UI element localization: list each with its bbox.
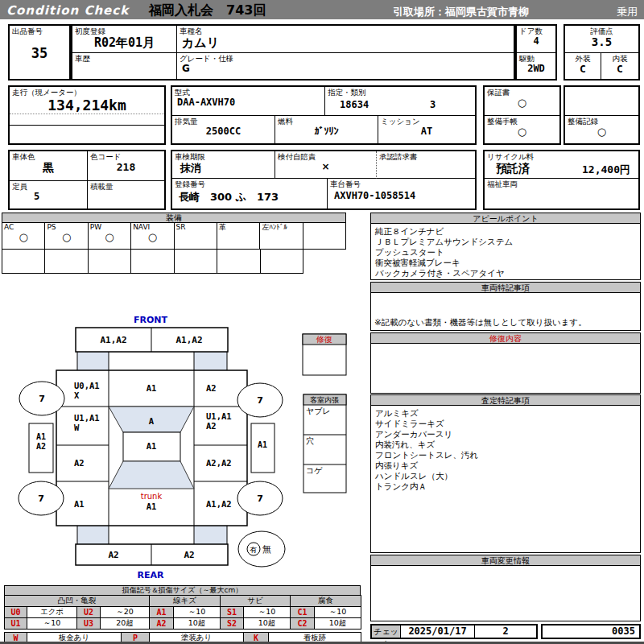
legend-code: U2 [77,607,101,618]
registration-box: 車検期限 抹消 検付自賠責 × 承認請求書 登録番号 長崎 300 ふ 173 … [171,150,477,210]
legend-group-rust: サビ [221,596,291,607]
inspection-label: 車検期限 [172,151,275,161]
legend-group-scratch: 線キズ [150,596,221,607]
front-bumper-left-damage: A1,A2 [100,335,126,345]
legend-code: U3 [77,618,101,630]
warranty-box: 保証書 ○ 整備手帳 ○ [483,85,561,145]
right-rocker-damage: A1 [258,440,267,449]
assessment-item: 内装汚れ、キズ [375,440,636,450]
insurance-value: × [275,161,376,172]
designation-value1: 18634 [340,99,369,110]
record-box: 整備記録 ○ [564,85,640,145]
equipment-cell-navi: NAVI○ [131,223,174,249]
spare-tire-mark [238,531,285,567]
color-code-cell: 色コード 218 [88,151,164,181]
registration-number-label: 登録番号 [172,179,327,188]
empty-cell [565,87,638,116]
assessment-item: フロントシートスレ、汚れ [375,450,636,460]
legend-size-table: 凸凹・亀裂 線キズ サビ 腐食 U0 エクボ U2 ～20 A1 ～10 S1 … [4,595,361,630]
appeal-items: 純正８インチナビ ＪＢＬプレミアムサウンドシステム プッシュスタート 衝突被害軽… [371,224,640,281]
repair-mini-title: 修復 [316,335,332,344]
left-rear-door-damage: A2 [74,458,85,468]
chassis-number-value: AXVH70-1058514 [328,188,475,201]
recycle-box: リサイクル料 預託済 12,400円 福祉車両 [483,150,640,210]
cabin-row-hole: 穴 [306,436,314,445]
model-code-label: 型式 [172,87,324,97]
maintenance-book-cell: 整備手帳 ○ [485,116,559,143]
maintenance-book-value: ○ [485,126,559,138]
tire-front-left-depth: 7 [39,394,45,404]
maintenance-record-cell: 整備記録 ○ [565,116,638,143]
grade-cell: グレード・仕様 G [177,53,514,79]
header-bar: Condition Check 福岡入札会 743回 引取場所：福岡県古賀市青柳… [0,0,644,19]
left-rocker-damage-1: A1 [36,432,46,441]
score-box: 評価点 3.5 外装 C 内装 C [564,24,640,80]
warranty-value: ○ [485,97,559,109]
legend-desc: 10超 [244,618,291,630]
legend-code: C1 [291,607,315,618]
legend-code: U1 [5,618,27,630]
chassis-number-label: 車台番号 [328,179,475,188]
cabin-row-tear: ヤブレ [306,407,331,415]
registration-model-box: 初度登録 R02年01月 車種名 カムリ 車歴 グレード・仕様 G [71,24,515,80]
assessment-item: 内張りキズ [375,460,636,471]
recycle-label: リサイクル料 [485,151,638,161]
inspection-cell: 車検期限 抹消 [172,151,275,179]
appeal-title: アピールポイント [371,213,640,224]
hood-damage: A1 [147,383,157,393]
assessment-item: アルミキズ [375,408,636,419]
registration-number-value: 長崎 300 ふ 173 [172,188,327,204]
rear-label: REAR [138,570,164,580]
front-bumper-right-damage: A1,A2 [175,335,202,345]
first-registration-cell: 初度登録 R02年01月 [72,26,177,53]
designation-cell: 指定・類別 18634 3 [325,87,475,116]
left-fender-mark: X [74,390,80,400]
interior-label: 内装 [601,53,638,63]
mileage-value: 134,214km [10,97,164,114]
drive-label: 駆動 [517,53,555,63]
transmission-label: ミッション [378,116,475,126]
divider [10,114,164,114]
right-fender-damage: A2 [206,383,217,393]
rear-bumper-right-damage: A2 [184,550,194,560]
assessment-title: 査定特記事項 [371,395,640,406]
fuel-label: 燃料 [275,116,378,126]
model-label: 車種名 [177,26,514,35]
left-door-damage: U1,A1 [74,413,100,423]
lot-number-box: 出品番号 35 [8,24,71,80]
capacity-value: 5 [10,191,87,202]
legend-desc: 10超 [174,618,221,630]
legend-desc: ～10 [174,607,221,618]
score-value: 3.5 [565,35,638,48]
inspection-value: 抹消 [172,161,275,175]
score-label: 評価点 [565,26,638,35]
designation-label: 指定・類別 [325,87,475,97]
spec-box: 型式 DAA-AXVH70 指定・類別 18634 3 排気量 2500CC 燃… [171,85,477,145]
model-value: カムリ [177,35,514,51]
body-color-label: 車体色 [10,151,87,161]
divider [10,125,164,126]
legend-code: S2 [221,618,244,630]
recycle-fee: 12,400円 [582,163,630,177]
transmission-value: AT [378,126,475,137]
pickup-location: 引取場所：福岡県古賀市青柳 [393,5,529,19]
fuel-value: ｶﾞｿﾘﾝ [275,126,378,137]
recycle-cell: リサイクル料 預託済 12,400円 [485,151,638,179]
left-rocker-damage-2: A2 [36,442,46,451]
right-door-mark: A2 [206,421,217,431]
trunk-damage: A1 [147,502,157,511]
assessment-panel: 査定特記事項 アルミキズ サイドミラーキズ アンダーカバースリ 内装汚れ、キズ … [370,394,641,553]
doors-cell: ドア数 4 [517,26,555,53]
drive-value: 2WD [517,63,555,74]
insurance-label: 検付自賠責 [275,151,376,161]
doors-label: ドア数 [517,26,555,35]
equipment-row: AC○ PS○ PW○ NAVI○ SR 革 左ﾊﾝﾄﾞﾙ [2,222,346,250]
check-row: チェック 2025/01/17 2 [370,624,538,639]
equipment-cell-pw: PW○ [89,223,131,249]
exterior-value: C [565,63,601,75]
legend-code: U0 [5,607,27,618]
repair-content-panel: 修復内容 [370,332,641,394]
rear-window [109,461,194,489]
interior-cell: 内装 C [601,53,638,79]
recycle-status: 預託済 [496,162,530,176]
